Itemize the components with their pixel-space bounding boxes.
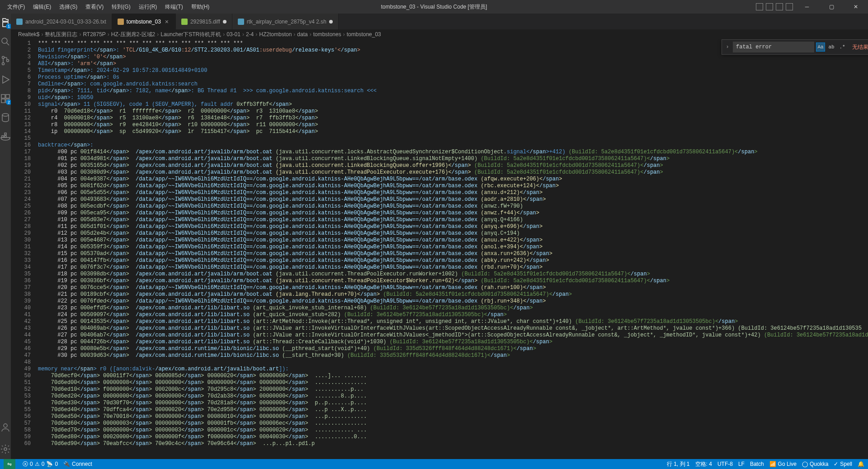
status-indent[interactable]: 空格: 4 [695, 460, 712, 468]
svg-point-3 [7, 60, 9, 62]
svg-point-2 [2, 63, 5, 65]
ports-icon: 📡 [46, 461, 53, 467]
breadcrumb-segment[interactable]: data [297, 31, 307, 38]
toggle-panel-left-icon[interactable] [756, 3, 763, 10]
breadcrumb[interactable]: Realtek$›整机压测日志›RT2875P›HZ-压测席2-区域2›Laun… [11, 29, 868, 39]
broadcast-icon: 📶 [769, 461, 776, 467]
chevron-right-icon: › [157, 31, 159, 38]
status-bell[interactable]: 🔔 [858, 461, 864, 467]
status-golive[interactable]: 📶Go Live [769, 461, 797, 467]
check-icon: ✓ [834, 461, 838, 467]
breadcrumb-segment[interactable]: Launcher下STR待机开机 [160, 31, 221, 38]
status-language[interactable]: Batch [750, 461, 764, 467]
activity-extensions[interactable]: 2 [0, 93, 11, 104]
svg-rect-4 [1, 95, 5, 98]
find-match-case[interactable]: Aa [816, 43, 825, 52]
toggle-panel-right-icon[interactable] [776, 3, 783, 10]
status-caret[interactable]: 行 1, 列 1 [667, 460, 690, 468]
warning-icon: ⚠ [35, 461, 40, 467]
tab-android-log[interactable]: android_2024-03-01_03-33-26.txt [11, 14, 112, 29]
file-icon [181, 19, 188, 25]
activity-source-control[interactable] [0, 55, 11, 66]
menu-bar: 文件(F) 编辑(E) 选择(S) 查看(V) 转到(G) 运行(R) 终端(T… [0, 1, 213, 13]
chevron-right-icon: › [242, 31, 244, 38]
tab-diff[interactable]: 2929815.diff [176, 14, 232, 29]
title-bar: 文件(F) 编辑(E) 选择(S) 查看(V) 转到(G) 运行(R) 终端(T… [0, 0, 868, 14]
chevron-right-icon: › [310, 31, 311, 38]
activity-bar: 1 2 [0, 14, 11, 459]
activity-docker[interactable] [0, 131, 11, 142]
window-close-button[interactable]: ✕ [845, 4, 866, 10]
breadcrumb-segment[interactable]: Realtek$ [18, 31, 39, 38]
chevron-right-icon: › [223, 31, 225, 38]
quokka-icon: ◯ [802, 461, 808, 467]
activity-settings[interactable] [0, 444, 11, 455]
breadcrumb-segment[interactable]: 2-4 [246, 31, 254, 38]
chevron-right-icon: › [293, 31, 295, 38]
window-title: tombstone_03 - Visual Studio Code [管理员] [381, 3, 487, 11]
menu-run[interactable]: 运行(R) [135, 1, 161, 13]
menu-file[interactable]: 文件(F) [4, 1, 28, 13]
chevron-right-icon: › [343, 31, 345, 38]
svg-rect-5 [6, 95, 9, 98]
activity-search[interactable] [0, 36, 11, 47]
status-encoding[interactable]: UTF-8 [717, 461, 733, 467]
window-maximize-button[interactable]: ▢ [821, 4, 842, 10]
menu-go[interactable]: 转到(G) [108, 1, 134, 13]
find-whole-word[interactable]: ab [827, 43, 836, 52]
svg-point-8 [2, 114, 9, 116]
error-icon: ⓧ [23, 460, 28, 468]
file-icon [118, 19, 124, 25]
line-gutter: 1234567891011121314151617181920212223242… [11, 39, 38, 459]
tab-label: android_2024-03-01_03-33-26.txt [25, 19, 106, 25]
activity-explorer[interactable]: 1 [0, 17, 11, 28]
find-input[interactable] [733, 42, 814, 52]
editor-tabs: android_2024-03-01_03-33-26.txt tombston… [11, 14, 868, 29]
menu-terminal[interactable]: 终端(T) [161, 1, 186, 13]
menu-help[interactable]: 帮助(H) [188, 1, 213, 13]
window-minimize-button[interactable]: ─ [797, 4, 817, 10]
activity-database[interactable] [0, 112, 11, 123]
plug-icon: 🔌 [63, 461, 70, 467]
breadcrumb-segment[interactable]: tombstone_03 [347, 31, 381, 38]
svg-point-0 [2, 38, 7, 43]
find-toggle-replace[interactable]: › [724, 40, 731, 54]
chevron-right-icon: › [41, 31, 43, 38]
menu-selection[interactable]: 选择(S) [56, 1, 81, 13]
svg-point-1 [2, 57, 5, 59]
chevron-right-icon: › [79, 31, 81, 38]
tab-sh[interactable]: rtk_airplay_clone_2875p_v4 2.sh [232, 14, 339, 29]
breadcrumb-segment[interactable]: 03-01 [226, 31, 241, 38]
status-eol[interactable]: LF [738, 461, 745, 467]
chevron-right-icon: › [108, 31, 109, 38]
activity-run-debug[interactable] [0, 74, 11, 85]
tab-label: 2929815.diff [190, 19, 220, 25]
status-quokka[interactable]: ◯Quokka [802, 461, 828, 467]
status-bar: ⇋ ⓧ0 ⚠0 📡0 🔌 Connect 行 1, 列 1 空格: 4 UTF-… [0, 459, 868, 469]
close-icon[interactable]: × [164, 19, 170, 25]
tab-tombstone[interactable]: tombstone_03 × [112, 14, 176, 29]
code-content[interactable]: *** *** *** *** *** *** *** *** *** *** … [38, 39, 868, 459]
breadcrumb-segment[interactable]: tombstones [313, 31, 341, 38]
activity-account[interactable] [0, 422, 11, 433]
file-icon [16, 19, 23, 25]
editor[interactable]: 1234567891011121314151617181920212223242… [11, 39, 868, 459]
breadcrumb-segment[interactable]: RT2875P [83, 31, 105, 38]
breadcrumb-segment[interactable]: 整机压测日志 [45, 31, 77, 38]
status-connect[interactable]: 🔌 Connect [63, 461, 92, 467]
layout-controls [756, 3, 797, 10]
svg-rect-11 [5, 133, 6, 135]
breadcrumb-segment[interactable]: HZ2tombston [259, 31, 292, 38]
status-spell[interactable]: ✓Spell [834, 461, 852, 467]
menu-edit[interactable]: 编辑(E) [29, 1, 55, 13]
find-regex[interactable]: .* [838, 43, 847, 52]
breadcrumb-segment[interactable]: HZ-压测席2-区域2 [111, 31, 155, 38]
file-icon [238, 19, 244, 25]
menu-view[interactable]: 查看(V) [82, 1, 107, 13]
toggle-panel-bottom-icon[interactable] [766, 3, 773, 10]
find-result-msg: 无结果 [849, 43, 868, 51]
chevron-right-icon: › [255, 31, 257, 38]
customize-layout-icon[interactable] [786, 3, 793, 10]
remote-indicator[interactable]: ⇋ [4, 459, 15, 469]
status-problems[interactable]: ⓧ0 ⚠0 📡0 [23, 460, 58, 468]
